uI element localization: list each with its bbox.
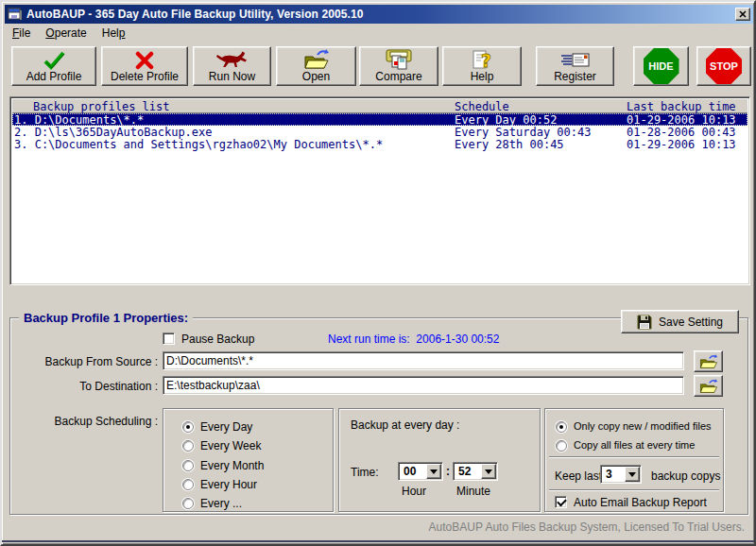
radio-every-day-label: Every Day [200,420,252,434]
chevron-down-icon [485,469,492,474]
menu-item-file[interactable]: File [5,25,38,42]
column-header-last-backup: Last backup time [627,100,736,113]
stop-button[interactable]: STOP [696,46,751,86]
delete-profile-button[interactable]: Delete Profile [101,46,188,86]
hour-caption: Hour [402,485,426,498]
hide-octagon-icon: HIDE [644,48,679,84]
app-icon [8,7,23,22]
divider [549,489,719,491]
bottom-border-line [2,540,754,542]
radio-every-month-label: Every Month [200,459,264,472]
menu-item-help[interactable]: Help [94,25,133,42]
copy-options-panel: Only copy new / modified files Copy all … [544,408,724,512]
radio-every-day[interactable] [182,421,194,433]
daily-panel-title: Backup at every day : [351,418,459,432]
register-button[interactable]: Register [536,46,614,86]
pause-backup-label: Pause Backup [181,333,254,346]
save-setting-button[interactable]: Save Setting [621,310,739,333]
destination-label: To Destination : [2,380,158,393]
keep-last-select-arrow[interactable] [625,467,640,482]
app-window: AutoBAUP - 365 Day Auto File Backup Util… [0,0,756,546]
minute-select[interactable]: 52 [453,462,498,481]
next-run-time: Next run time is: 2006-1-30 00:52 [328,333,499,346]
profile-schedule: Every Day 00:52 [455,113,557,127]
chevron-down-icon [430,469,438,474]
column-header-schedule: Schedule [455,100,509,113]
add-check-icon [42,49,66,70]
hide-button[interactable]: HIDE [633,46,689,86]
source-input[interactable] [163,351,684,370]
schedule-options-panel: Every Day Every Week Every Month Every H… [163,408,334,512]
radio-copy-all[interactable] [556,440,567,452]
profile-schedule: Every Saturday 00:43 [455,126,592,139]
close-button[interactable] [735,8,750,21]
delete-x-icon [135,49,154,70]
register-mail-icon [560,49,591,70]
compare-button[interactable]: Compare [359,46,438,86]
pause-backup-checkbox[interactable] [163,333,175,345]
auto-email-label: Auto Email Backup Report [574,496,707,509]
profile-row-1[interactable]: 1. D:\Documents\*.* Every Day 00:52 01-2… [12,113,747,126]
keep-last-suffix: backup copys [651,469,720,483]
profile-name: 2. D:\ls\365DayAutoBackup.exe [14,126,213,139]
radio-every-hour-label: Every Hour [200,478,257,491]
keep-last-select[interactable]: 3 [600,465,642,484]
source-label: Backup From Source : [2,355,158,368]
browse-source-button[interactable] [694,350,723,372]
close-icon [739,10,747,18]
keep-last-label: Keep last [555,469,602,483]
svg-text:?: ? [481,50,491,70]
list-header: Backup profiles list Schedule Last backu… [12,99,747,113]
time-label: Time: [351,466,379,479]
profile-row-2[interactable]: 2. D:\ls\365DayAutoBackup.exe Every Satu… [12,126,747,138]
menu-item-operate[interactable]: Operate [38,25,94,42]
profile-last-backup: 01-29-2006 10:13 [627,113,736,127]
browse-destination-button[interactable] [694,375,723,397]
radio-every-month[interactable] [182,460,194,471]
hour-select[interactable]: 00 [398,462,443,481]
chevron-down-icon [628,472,636,477]
radio-every-custom-label: Every ... [200,497,242,510]
hour-select-arrow[interactable] [426,464,441,479]
profile-schedule: Every 28th 00:45 [455,138,564,151]
profile-last-backup: 01-28-2006 00:43 [627,126,736,139]
profile-name: 3. C:\Documents and Settings\rgzhao02\My… [14,138,383,151]
daily-time-panel: Backup at every day : Time: 00 : 52 Hour… [338,408,541,512]
list-rows: 1. D:\Documents\*.* Every Day 00:52 01-2… [12,113,747,282]
run-dog-icon [215,49,249,70]
destination-input[interactable] [163,376,684,395]
radio-copy-new-modified[interactable] [556,421,567,433]
profile-row-3[interactable]: 3. C:\Documents and Settings\rgzhao02\My… [12,138,747,150]
radio-every-week[interactable] [182,440,194,452]
compare-icon [385,49,413,70]
time-separator: : [446,465,450,478]
title-bar: AutoBAUP - 365 Day Auto File Backup Util… [5,5,753,24]
minute-caption: Minute [456,485,490,498]
stop-octagon-icon: STOP [706,48,742,84]
divider [549,456,719,458]
radio-copy-new-modified-label: Only copy new / modified files [574,420,712,432]
profile-last-backup: 01-29-2006 10:13 [627,138,736,151]
run-now-button[interactable]: Run Now [193,46,271,86]
scheduling-label: Backup Scheduling : [2,415,158,428]
open-folder-icon [303,49,330,70]
radio-every-week-label: Every Week [200,439,261,452]
auto-email-checkbox[interactable] [555,496,567,508]
save-floppy-icon [637,315,652,330]
minute-select-arrow[interactable] [481,464,496,479]
backup-profiles-list: Backup profiles list Schedule Last backu… [9,96,750,285]
profile-name: 1. D:\Documents\*.* [14,113,144,127]
help-button[interactable]: ? Help [442,46,522,86]
browse-folder-icon [699,379,718,394]
add-profile-button[interactable]: Add Profile [11,46,96,86]
window-title: AutoBAUP - 365 Day Auto File Backup Util… [26,8,735,21]
column-header-profiles: Backup profiles list [33,100,170,113]
radio-every-custom[interactable] [182,498,194,509]
browse-folder-icon [699,354,718,369]
radio-copy-all-label: Copy all files at every time [574,439,695,451]
status-text: AutoBAUP Auto Files Backup System, Licen… [429,520,745,534]
properties-group-title: Backup Profile 1 Properties: [19,311,193,325]
radio-every-hour[interactable] [182,479,194,490]
open-button[interactable]: Open [276,46,356,86]
help-icon: ? [471,49,493,70]
